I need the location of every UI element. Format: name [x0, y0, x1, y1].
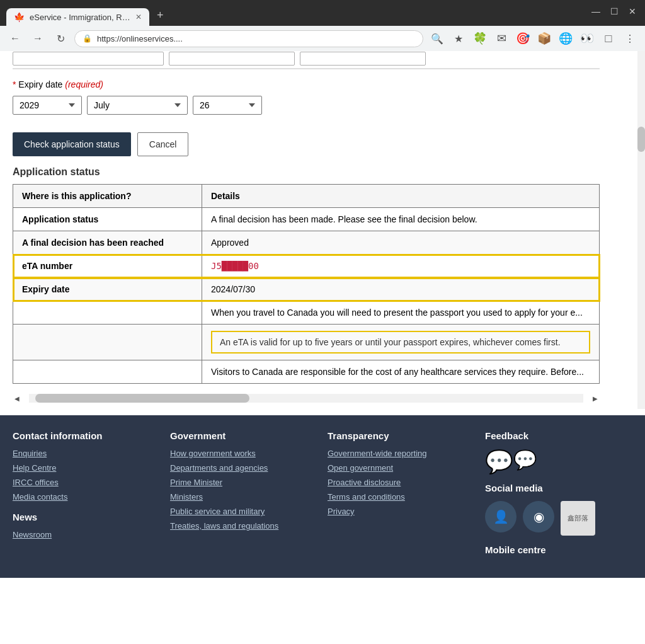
- footer-government-title: Government: [170, 430, 315, 441]
- cancel-button[interactable]: Cancel: [137, 132, 189, 156]
- row-col1-empty: [13, 301, 202, 325]
- extension-icon-2[interactable]: ✉: [493, 30, 510, 47]
- app-status-heading: Application status: [13, 166, 600, 178]
- footer-link-help-centre[interactable]: Help Centre: [13, 463, 157, 473]
- footer-link-public-service[interactable]: Public service and military: [170, 507, 315, 516]
- row-col2: A final decision has been made. Please s…: [202, 208, 600, 231]
- footer-link-how-gov[interactable]: How government works: [170, 449, 315, 458]
- row-col2-validity: An eTA is valid for up to five years or …: [202, 325, 600, 360]
- extension-icon-3[interactable]: 🎯: [514, 30, 532, 47]
- row-col1: Application status: [13, 208, 202, 231]
- h-scrollbar-thumb[interactable]: [35, 394, 249, 403]
- col-details-header: Details: [202, 185, 600, 208]
- footer-transparency-title: Transparency: [328, 430, 472, 441]
- url-text: https://onlineservices....: [97, 34, 415, 43]
- tab-title: eService - Immigration, Refuge...: [30, 13, 130, 22]
- refresh-button[interactable]: ↻: [52, 30, 69, 47]
- date-selects-row: 2029 2028202720262025 2024202320222021 J…: [13, 96, 600, 115]
- footer-link-enquiries[interactable]: Enquiries: [13, 449, 157, 458]
- feedback-chat2-icon[interactable]: 💬: [513, 449, 537, 475]
- search-toolbar-icon[interactable]: 🔍: [428, 30, 446, 47]
- social-icon-xin[interactable]: 鑫部落: [561, 501, 595, 536]
- extension-icon-7[interactable]: □: [600, 30, 617, 47]
- active-tab[interactable]: 🍁 eService - Immigration, Refuge... ✕: [6, 8, 149, 26]
- footer: Contact information Enquiries Help Centr…: [0, 415, 645, 578]
- footer-col-government: Government How government works Departme…: [170, 430, 315, 563]
- table-row: A final decision has been reached Approv…: [13, 231, 600, 255]
- table-row: Application status A final decision has …: [13, 208, 600, 231]
- extension-icon-6[interactable]: 👀: [578, 30, 596, 47]
- footer-link-departments[interactable]: Departments and agencies: [170, 463, 315, 473]
- footer-contact-title: Contact information: [13, 430, 157, 441]
- address-bar[interactable]: 🔒 https://onlineservices....: [74, 30, 423, 47]
- menu-icon[interactable]: ⋮: [621, 30, 639, 47]
- h-scroll-right-button[interactable]: ▶: [591, 395, 600, 402]
- row-col2: Approved: [202, 231, 600, 255]
- status-table: Where is this application? Details Appli…: [13, 184, 600, 384]
- table-row-healthcare: Visitors to Canada are responsible for t…: [13, 360, 600, 384]
- row-col1: A final decision has been reached: [13, 231, 202, 255]
- footer-link-ministers[interactable]: Ministers: [170, 492, 315, 502]
- expiry-date-label: * Expiry date (required): [13, 79, 600, 89]
- footer-link-treaties[interactable]: Treaties, laws and regulations: [170, 521, 315, 531]
- close-button[interactable]: ✕: [629, 6, 636, 16]
- extension-icon-1[interactable]: 🍀: [471, 30, 489, 47]
- footer-col-feedback: Feedback 💬 💬 Social media 👤 ◉ 鑫部落 Mobile…: [485, 430, 630, 563]
- row-col1-empty2: [13, 325, 202, 360]
- minimize-button[interactable]: —: [591, 6, 600, 16]
- expiry-date-value: 2024/07/30: [202, 278, 600, 301]
- table-row-eta-validity: An eTA is valid for up to five years or …: [13, 325, 600, 360]
- footer-feedback-title: Feedback: [485, 430, 630, 441]
- footer-link-proactive[interactable]: Proactive disclosure: [328, 478, 472, 487]
- month-select[interactable]: JanuaryFebruaryMarch AprilMayJune JulyAu…: [87, 96, 188, 115]
- footer-link-ircc-offices[interactable]: IRCC offices: [13, 478, 157, 487]
- forward-button[interactable]: →: [29, 30, 47, 47]
- h-scroll-left-button[interactable]: ◀: [13, 395, 21, 402]
- tab-favicon-icon: 🍁: [14, 12, 25, 22]
- footer-link-open-gov[interactable]: Open government: [328, 463, 472, 473]
- expiry-label-text: Expiry date: [18, 79, 62, 89]
- table-row-eta-number: eTA number J5█████00: [13, 255, 600, 278]
- footer-link-newsroom[interactable]: Newsroom: [13, 530, 157, 539]
- back-button[interactable]: ←: [6, 30, 24, 47]
- feedback-chat-icon[interactable]: 💬: [485, 449, 513, 475]
- footer-news-title: News: [13, 512, 157, 522]
- year-select[interactable]: 2029 2028202720262025 2024202320222021: [13, 96, 82, 115]
- footer-social-media-title: Social media: [485, 483, 630, 493]
- footer-link-pm[interactable]: Prime Minister: [170, 478, 315, 487]
- eta-number-value: J5█████00: [202, 255, 600, 278]
- horizontal-scrollbar[interactable]: ◀ ▶: [13, 394, 600, 403]
- footer-col-contact: Contact information Enquiries Help Centr…: [13, 430, 157, 563]
- lock-icon: 🔒: [83, 34, 92, 43]
- col-where-header: Where is this application?: [13, 185, 202, 208]
- footer-link-terms[interactable]: Terms and conditions: [328, 492, 472, 502]
- footer-link-privacy[interactable]: Privacy: [328, 507, 472, 516]
- new-tab-button[interactable]: +: [151, 5, 170, 26]
- bookmark-icon[interactable]: ★: [450, 30, 467, 47]
- day-select[interactable]: 242526 2728293031: [193, 96, 262, 115]
- tab-close-icon[interactable]: ✕: [135, 13, 142, 21]
- row-col2-healthcare: Visitors to Canada are responsible for t…: [202, 360, 600, 384]
- check-status-button[interactable]: Check application status: [13, 132, 131, 156]
- vertical-scrollbar-thumb[interactable]: [637, 127, 645, 152]
- table-row-travel-info: When you travel to Canada you will need …: [13, 301, 600, 325]
- row-col2-travel: When you travel to Canada you will need …: [202, 301, 600, 325]
- action-buttons-row: Check application status Cancel: [13, 122, 600, 166]
- table-row-expiry: Expiry date 2024/07/30: [13, 278, 600, 301]
- application-status-section: Application status Where is this applica…: [13, 166, 600, 390]
- social-icons-row: 👤 ◉ 鑫部落: [485, 501, 630, 536]
- row-col1-empty3: [13, 360, 202, 384]
- vertical-scrollbar-track: [637, 51, 645, 409]
- footer-mobile-centre-title: Mobile centre: [485, 544, 630, 555]
- social-icon-network[interactable]: ◉: [523, 501, 554, 532]
- footer-link-media-contacts[interactable]: Media contacts: [13, 492, 157, 502]
- extension-icon-4[interactable]: 📦: [535, 30, 553, 47]
- footer-link-gov-reporting[interactable]: Government-wide reporting: [328, 449, 472, 458]
- extension-icon-5[interactable]: 🌐: [557, 30, 574, 47]
- expiry-date-label-cell: Expiry date: [13, 278, 202, 301]
- expiry-date-section: * Expiry date (required) 2029 2028202720…: [13, 69, 600, 122]
- required-asterisk: *: [13, 79, 16, 89]
- social-icon-user[interactable]: 👤: [485, 501, 517, 532]
- maximize-button[interactable]: ☐: [610, 6, 619, 16]
- footer-col-transparency: Transparency Government-wide reporting O…: [328, 430, 472, 563]
